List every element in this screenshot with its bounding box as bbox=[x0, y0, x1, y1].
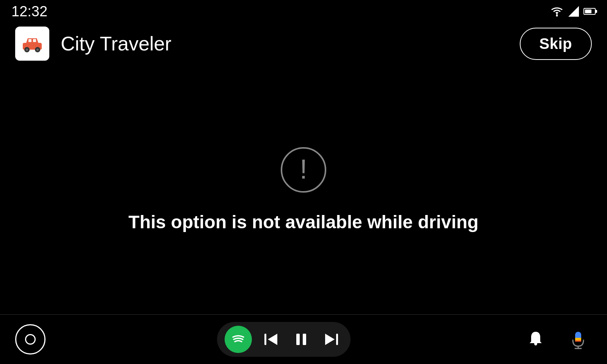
app-header-left: City Traveler bbox=[15, 27, 171, 61]
app-header: City Traveler Skip bbox=[0, 23, 607, 64]
error-message: This option is not available while drivi… bbox=[129, 212, 479, 232]
battery-icon bbox=[583, 8, 596, 15]
notification-icon bbox=[526, 329, 546, 349]
home-button[interactable] bbox=[15, 324, 46, 355]
signal-icon bbox=[568, 6, 579, 17]
spotify-button[interactable] bbox=[225, 326, 252, 353]
svg-marker-1 bbox=[568, 6, 579, 17]
exclamation-icon: ! bbox=[300, 155, 307, 183]
pause-button[interactable] bbox=[290, 328, 313, 351]
wifi-icon bbox=[550, 6, 564, 17]
status-icons bbox=[550, 6, 596, 17]
previous-icon bbox=[261, 330, 280, 349]
bottom-bar bbox=[0, 315, 607, 364]
media-controls bbox=[217, 322, 351, 357]
status-time: 12:32 bbox=[11, 3, 47, 20]
svg-marker-14 bbox=[325, 334, 335, 345]
car-icon bbox=[21, 32, 44, 55]
skip-button[interactable]: Skip bbox=[520, 28, 592, 60]
previous-button[interactable] bbox=[259, 328, 282, 351]
app-icon bbox=[15, 27, 49, 61]
next-icon bbox=[322, 330, 341, 349]
svg-point-0 bbox=[556, 15, 558, 17]
microphone-icon bbox=[568, 329, 588, 349]
home-button-inner bbox=[25, 334, 36, 345]
svg-rect-12 bbox=[303, 334, 306, 345]
svg-rect-20 bbox=[575, 338, 581, 340]
svg-rect-3 bbox=[28, 39, 31, 42]
svg-rect-13 bbox=[336, 334, 338, 345]
spotify-icon bbox=[230, 331, 247, 348]
svg-rect-4 bbox=[33, 39, 36, 42]
next-button[interactable] bbox=[320, 328, 343, 351]
battery-container bbox=[583, 8, 596, 15]
svg-rect-11 bbox=[296, 334, 300, 345]
status-bar: 12:32 bbox=[0, 0, 607, 23]
main-content: ! This option is not available while dri… bbox=[0, 64, 607, 315]
svg-rect-9 bbox=[264, 334, 266, 345]
svg-point-6 bbox=[26, 49, 28, 51]
svg-marker-10 bbox=[268, 334, 277, 345]
error-circle: ! bbox=[281, 147, 326, 193]
notification-button[interactable] bbox=[522, 326, 549, 353]
pause-icon bbox=[292, 330, 311, 349]
app-title: City Traveler bbox=[61, 32, 171, 55]
microphone-button[interactable] bbox=[565, 326, 592, 353]
bottom-left bbox=[15, 324, 46, 355]
svg-point-8 bbox=[36, 49, 39, 51]
bottom-right bbox=[522, 326, 592, 353]
